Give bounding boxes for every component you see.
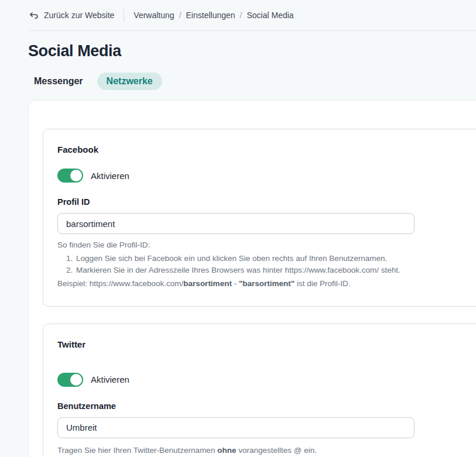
- facebook-card-title: Facebook: [57, 145, 476, 154]
- profil-id-input[interactable]: [57, 213, 415, 234]
- help-bold: ohne: [217, 446, 236, 455]
- facebook-activate-toggle[interactable]: [57, 169, 83, 183]
- breadcrumb-separator: /: [240, 11, 242, 20]
- example-bold: "barsortiment": [239, 279, 294, 288]
- benutzername-input[interactable]: [57, 417, 415, 438]
- twitter-activate-toggle[interactable]: [57, 373, 83, 387]
- help-example: Beispiel: https://www.facebook.com/barso…: [57, 278, 476, 290]
- breadcrumb-einstellungen[interactable]: Einstellungen: [186, 11, 235, 20]
- toggle-knob: [70, 170, 82, 181]
- toggle-knob: [70, 374, 82, 386]
- top-bar-inner: Zurück zur Website Verwaltung / Einstell…: [28, 0, 476, 31]
- main-content: Social Media Messenger Netzwerke Faceboo…: [28, 42, 476, 457]
- tab-messenger[interactable]: Messenger: [25, 73, 93, 90]
- help-steps: Loggen Sie sich bei Facebook ein und kli…: [57, 253, 476, 276]
- breadcrumb-verwaltung[interactable]: Verwaltung: [133, 11, 174, 20]
- facebook-toggle-row: Aktivieren: [57, 169, 476, 183]
- arrow-back-icon: [28, 10, 39, 21]
- twitter-card-title: Twitter: [57, 339, 476, 349]
- example-post: ist die Profil-ID.: [294, 279, 350, 288]
- breadcrumb-separator: /: [179, 11, 182, 20]
- help-step: Markieren Sie in der Adresszeile Ihres B…: [75, 264, 476, 276]
- back-link-label: Zurück zur Website: [44, 11, 114, 20]
- breadcrumb-social-media: Social Media: [246, 11, 293, 20]
- help-step: Loggen Sie sich bei Facebook ein und kli…: [75, 253, 476, 264]
- help-intro: So finden Sie die Profil-ID:: [57, 239, 476, 251]
- top-bar: Zurück zur Website Verwaltung / Einstell…: [0, 0, 476, 31]
- twitter-help-text: Tragen Sie hier Ihren Twitter-Benutzerna…: [57, 445, 476, 456]
- profil-id-label: Profil ID: [57, 197, 476, 207]
- settings-panel: Facebook Aktivieren Profil ID So finden …: [28, 100, 476, 457]
- back-to-website-link[interactable]: Zurück zur Website: [28, 10, 114, 21]
- tab-netzwerke[interactable]: Netzwerke: [97, 73, 162, 90]
- page-title: Social Media: [28, 42, 476, 60]
- benutzername-label: Benutzername: [57, 401, 476, 411]
- twitter-toggle-row: Aktivieren: [57, 373, 476, 387]
- facebook-toggle-label: Aktivieren: [91, 171, 129, 181]
- example-mid: -: [232, 279, 239, 288]
- tab-bar: Messenger Netzwerke: [25, 73, 476, 90]
- vertical-divider: [124, 9, 124, 22]
- breadcrumb: Verwaltung / Einstellungen / Social Medi…: [133, 11, 293, 20]
- example-pre: Beispiel: https://www.facebook.com/: [57, 279, 183, 288]
- twitter-toggle-label: Aktivieren: [91, 374, 129, 384]
- facebook-card: Facebook Aktivieren Profil ID So finden …: [43, 129, 476, 307]
- example-bold: barsortiment: [183, 279, 232, 288]
- twitter-card: Twitter Aktivieren Benutzername Tragen S…: [43, 324, 476, 457]
- facebook-help-text: So finden Sie die Profil-ID: Loggen Sie …: [57, 239, 476, 290]
- help-post: vorangestelltes @ ein.: [236, 446, 317, 455]
- help-pre: Tragen Sie hier Ihren Twitter-Benutzerna…: [57, 446, 217, 455]
